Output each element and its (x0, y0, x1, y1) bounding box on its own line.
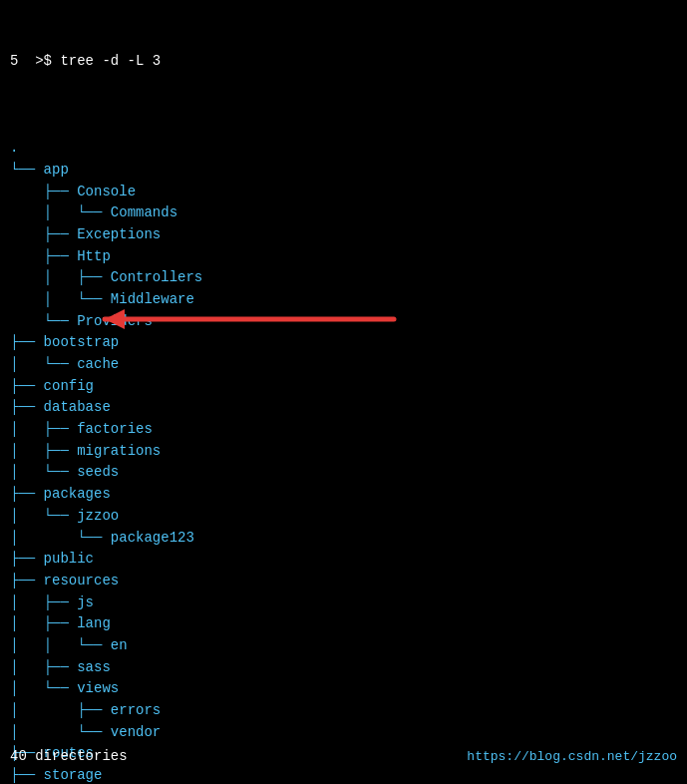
tree-line-3: │ └── Commands (10, 204, 177, 220)
tree-line-11: ├── config (10, 378, 94, 394)
dir-count-text: 40 directories (10, 748, 128, 764)
root-dot: . (10, 140, 18, 156)
tree-line-5: ├── Http (10, 248, 111, 264)
tree-line-26: │ ├── errors (10, 702, 161, 718)
tree-line-22: │ ├── lang (10, 615, 111, 631)
tree-line-15: │ └── seeds (10, 464, 119, 480)
tree-line-21: │ ├── js (10, 594, 94, 610)
tree-line-9: ├── bootstrap (10, 334, 119, 350)
tree-line-27: │ └── vendor (10, 724, 161, 740)
prompt-text: 5 >$ tree -d -L 3 (10, 53, 161, 69)
tree-line-19: ├── public (10, 551, 94, 567)
tree-line-6: │ ├── Controllers (10, 269, 202, 285)
tree-line-23: │ │ └── en (10, 637, 128, 653)
watermark-text: https://blog.csdn.net/jzzoo (467, 749, 677, 764)
dir-count: 40 directories (10, 748, 128, 764)
tree-line-2: ├── Console (10, 184, 136, 199)
tree-line-24: │ ├── sass (10, 659, 111, 675)
tree-output: . └── app ├── Console │ └── Commands ├──… (10, 116, 677, 784)
tree-line-29: ├── storage (10, 767, 102, 783)
tree-line-12: ├── database (10, 399, 111, 415)
watermark: https://blog.csdn.net/jzzoo (467, 749, 677, 764)
tree-line-16: ├── packages (10, 486, 111, 502)
tree-line-17: │ └── jzzoo (10, 508, 119, 524)
terminal: 5 >$ tree -d -L 3 . └── app ├── Console … (0, 0, 687, 784)
tree-line-14: │ ├── migrations (10, 443, 161, 459)
tree-line-20: ├── resources (10, 573, 119, 588)
tree-line-7: │ └── Middleware (10, 291, 194, 307)
prompt-line: 5 >$ tree -d -L 3 (10, 51, 677, 73)
tree-line-4: ├── Exceptions (10, 226, 161, 242)
tree-line-13: │ ├── factories (10, 421, 153, 437)
tree-line-10: │ └── cache (10, 356, 119, 372)
tree-line-8: └── Providers (10, 313, 153, 329)
tree-line-1: └── app (10, 162, 69, 178)
tree-line-18: │ └── package123 (10, 530, 194, 546)
tree-line-25: │ └── views (10, 680, 119, 696)
